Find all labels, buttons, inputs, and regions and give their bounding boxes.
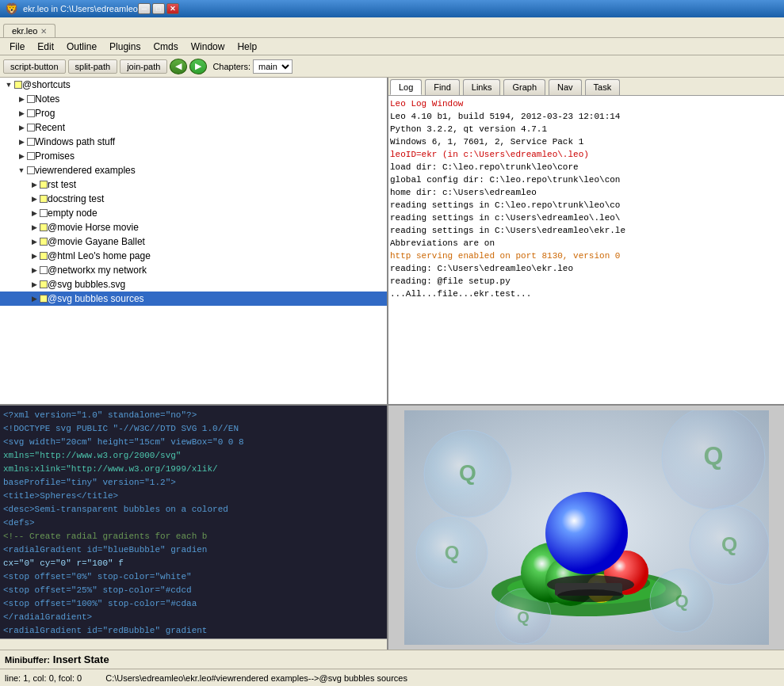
- svg-text:Q: Q: [703, 441, 723, 470]
- log-line: Leo Log Window: [390, 97, 782, 110]
- node-icon: [27, 152, 35, 160]
- menu-window[interactable]: Window: [185, 40, 231, 54]
- editor-scroll[interactable]: <?xml version="1.0" standalone="no"?><!D…: [0, 406, 387, 638]
- tree-arrow[interactable]: ▶: [29, 252, 40, 260]
- split-path-button[interactable]: split-path: [68, 59, 118, 74]
- menu-outline[interactable]: Outline: [60, 40, 103, 54]
- tree-item[interactable]: ▼ @shortcuts: [0, 78, 387, 92]
- tree-arrow[interactable]: ▶: [16, 124, 27, 131]
- app-icon: 🦁: [5, 2, 18, 15]
- tree-arrow[interactable]: ▶: [29, 223, 40, 231]
- menu-edit[interactable]: Edit: [31, 40, 60, 54]
- tree-label: @shortcuts: [22, 79, 71, 90]
- tree-arrow[interactable]: ▶: [29, 238, 40, 246]
- minibuffer-value: Insert State: [53, 654, 109, 665]
- tree-item[interactable]: ▶ Windows path stuff: [0, 135, 387, 149]
- editor-line: </radialGradient>: [3, 611, 384, 624]
- tree-pane: ▼ @shortcuts▶ Notes▶ Prog▶ Recent▶ Windo…: [0, 78, 388, 404]
- tree-item[interactable]: ▶ empty node: [0, 206, 387, 220]
- log-line: reading settings in C:\Users\edreamleo\e…: [390, 224, 782, 237]
- editor-line: <!-- Create radial gradients for each b: [3, 530, 384, 543]
- editor-line: baseProfile="tiny" version="1.2">: [3, 476, 384, 490]
- tree-arrow[interactable]: ▶: [16, 109, 27, 117]
- nav-forward-button[interactable]: ▶: [189, 59, 207, 74]
- tree-label: empty node: [48, 208, 98, 219]
- chapters-select[interactable]: main: [253, 59, 293, 74]
- maximize-button[interactable]: □: [152, 3, 165, 14]
- tab-ekr-leo[interactable]: ekr.leo ✕: [3, 24, 55, 37]
- node-icon: [27, 166, 35, 174]
- log-line: leoID=ekr (in c:\Users\edreamleo\.leo): [390, 148, 782, 161]
- tree-arrow[interactable]: ▼: [3, 81, 14, 89]
- node-icon: [27, 109, 35, 117]
- menu-help[interactable]: Help: [231, 40, 263, 54]
- menu-plugins[interactable]: Plugins: [103, 40, 147, 54]
- minibuffer: Minibuffer: Insert State: [5, 654, 109, 665]
- log-tab-find[interactable]: Find: [425, 79, 459, 95]
- log-tab-nav[interactable]: Nav: [549, 79, 582, 95]
- editor-hscroll[interactable]: [0, 638, 387, 650]
- tree-item[interactable]: ▶ Recent: [0, 120, 387, 135]
- tree-item[interactable]: ▶ Promises: [0, 149, 387, 163]
- nav-back-button[interactable]: ◀: [170, 59, 187, 74]
- node-icon: [40, 252, 48, 260]
- menu-file[interactable]: File: [3, 40, 31, 54]
- tree-label: Notes: [35, 93, 59, 105]
- log-tab-links[interactable]: Links: [463, 79, 501, 95]
- content-wrapper: ▼ @shortcuts▶ Notes▶ Prog▶ Recent▶ Windo…: [0, 78, 784, 686]
- editor-line: <svg width="20cm" height="15cm" viewBox=…: [3, 436, 384, 449]
- tree-item[interactable]: ▶ @html Leo's home page: [0, 249, 387, 263]
- tree-arrow[interactable]: ▶: [29, 280, 40, 288]
- tree-label: Prog: [35, 108, 55, 119]
- tree-arrow[interactable]: ▼: [16, 166, 27, 174]
- svg-point-20: [545, 492, 628, 574]
- tree-item[interactable]: ▶ @svg bubbles.svg: [0, 277, 387, 292]
- tree-arrow[interactable]: ▶: [29, 209, 40, 217]
- svg-text:Q: Q: [721, 532, 736, 556]
- join-path-button[interactable]: join-path: [120, 59, 167, 74]
- editor-line: xmlns:xlink="http://www.w3.org/1999/xlik…: [3, 463, 384, 476]
- minibuffer-label: Minibuffer:: [5, 655, 50, 665]
- tree-item[interactable]: ▼ viewrendered examples: [0, 163, 387, 177]
- tree-label: Recent: [35, 122, 65, 133]
- menu-bar: File Edit Outline Plugins Cmds Window He…: [0, 38, 784, 55]
- tree-arrow[interactable]: ▶: [29, 295, 40, 303]
- log-content[interactable]: Leo Log WindowLeo 4.10 b1, build 5194, 2…: [388, 96, 784, 404]
- tree-arrow[interactable]: ▶: [29, 195, 40, 203]
- script-button[interactable]: script-button: [3, 59, 66, 74]
- menu-cmds[interactable]: Cmds: [147, 40, 184, 54]
- path-status: C:\Users\edreamleo\ekr.leo#viewrendered …: [105, 673, 407, 683]
- log-tab-graph[interactable]: Graph: [503, 79, 545, 95]
- log-line: http serving enabled on port 8130, versi…: [390, 250, 782, 262]
- tree-scroll-area[interactable]: ▼ @shortcuts▶ Notes▶ Prog▶ Recent▶ Windo…: [0, 78, 387, 404]
- toolbar: script-button split-path join-path ◀ ▶ C…: [0, 55, 784, 78]
- log-tab-task[interactable]: Task: [585, 79, 621, 95]
- editor-line: <stop offset="0%" stop-color="white": [3, 570, 384, 584]
- tree-item[interactable]: ▶ Prog: [0, 106, 387, 120]
- svg-text:Q: Q: [517, 608, 530, 626]
- bottom-status: line: 1, col: 0, fcol: 0 C:\Users\edream…: [0, 669, 784, 686]
- tree-item[interactable]: ▶ @networkx my network: [0, 263, 387, 277]
- editor-line: <!DOCTYPE svg PUBLIC "-//W3C//DTD SVG 1.…: [3, 422, 384, 436]
- tree-arrow[interactable]: ▶: [29, 181, 40, 189]
- tree-arrow[interactable]: ▶: [29, 266, 40, 274]
- tree-arrow[interactable]: ▶: [16, 95, 27, 103]
- tree-item[interactable]: ▶ @movie Gayane Ballet: [0, 234, 387, 249]
- tree-arrow[interactable]: ▶: [16, 152, 27, 160]
- bottom-section: <?xml version="1.0" standalone="no"?><!D…: [0, 404, 784, 650]
- editor-line: xmlns="http://www.w3.org/2000/svg": [3, 449, 384, 463]
- tree-arrow[interactable]: ▶: [16, 138, 27, 146]
- editor-line: <desc>Semi-transparent bubbles on a colo…: [3, 503, 384, 516]
- tree-label: @svg bubbles.svg: [48, 279, 125, 290]
- tree-item[interactable]: ▶ @svg bubbles sources: [0, 292, 387, 306]
- tab-close-icon[interactable]: ✕: [40, 27, 47, 36]
- tree-item[interactable]: ▶ docstring test: [0, 192, 387, 206]
- log-tab-log[interactable]: Log: [390, 79, 422, 95]
- tree-item[interactable]: ▶ Notes: [0, 92, 387, 106]
- tree-item[interactable]: ▶ rst test: [0, 177, 387, 192]
- node-icon: [40, 266, 48, 274]
- close-button[interactable]: ✕: [166, 3, 179, 14]
- minimize-button[interactable]: ─: [138, 3, 151, 14]
- editor-line: cx="0" cy="0" r="100" f: [3, 557, 384, 570]
- tree-item[interactable]: ▶ @movie Horse movie: [0, 220, 387, 234]
